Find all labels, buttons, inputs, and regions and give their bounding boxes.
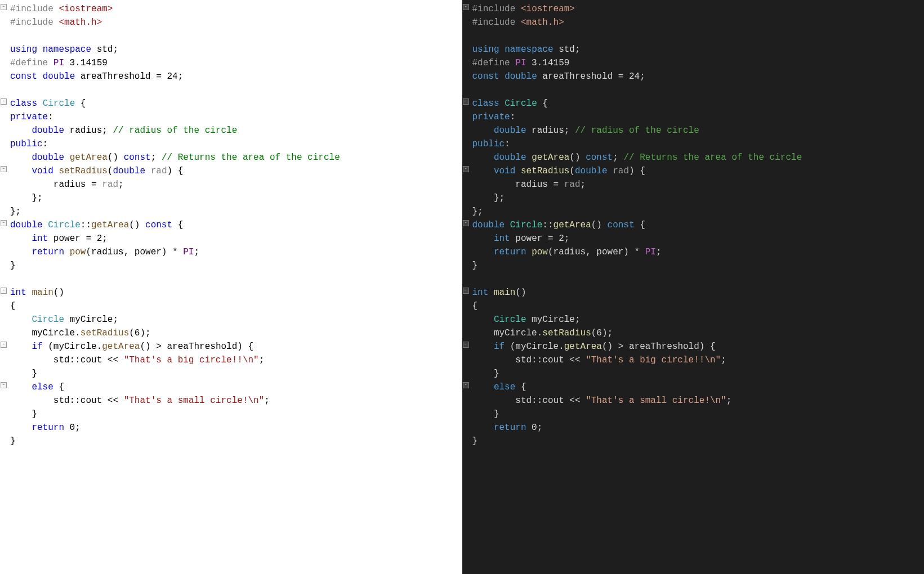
code-line[interactable]: #include <math.h> xyxy=(462,16,925,29)
code-token xyxy=(472,315,494,325)
fold-toggle-icon[interactable]: - xyxy=(463,382,469,388)
code-line[interactable]: -class Circle { xyxy=(0,97,462,110)
code-line[interactable]: } xyxy=(462,407,925,421)
code-line[interactable]: } xyxy=(0,434,462,448)
fold-toggle-icon[interactable]: - xyxy=(1,166,7,172)
fold-toggle-icon[interactable]: - xyxy=(1,288,7,294)
code-line[interactable]: - if (myCircle.getArea() > areaThreshold… xyxy=(462,340,925,353)
code-line[interactable]: } xyxy=(0,367,462,380)
code-line[interactable]: std::cout << "That's a big circle!!\n"; xyxy=(462,353,925,367)
code-line[interactable]: double radius; // radius of the circle xyxy=(462,124,925,137)
code-line[interactable]: }; xyxy=(462,191,925,205)
code-line[interactable]: } xyxy=(462,259,925,272)
code-line[interactable]: Circle myCircle; xyxy=(462,313,925,326)
code-token: const xyxy=(586,153,613,163)
code-line[interactable]: std::cout << "That's a small circle!\n"; xyxy=(462,394,925,407)
code-line[interactable]: return pow(radius, power) * PI; xyxy=(0,245,462,259)
fold-toggle-icon[interactable]: - xyxy=(1,220,7,226)
code-token: }; xyxy=(10,193,43,203)
code-line[interactable]: return 0; xyxy=(0,421,462,434)
fold-toggle-icon[interactable]: - xyxy=(463,166,469,172)
code-line[interactable]: }; xyxy=(0,205,462,218)
code-line[interactable]: #include <math.h> xyxy=(0,16,462,29)
code-line[interactable]: using namespace std; xyxy=(462,43,925,56)
code-line[interactable]: double getArea() const; // Returns the a… xyxy=(0,151,462,164)
code-line[interactable]: using namespace std; xyxy=(0,43,462,56)
code-line[interactable]: - void setRadius(double rad) { xyxy=(462,164,925,178)
code-line[interactable]: private: xyxy=(0,110,462,124)
code-line[interactable]: - else { xyxy=(462,380,925,394)
fold-toggle-icon[interactable]: - xyxy=(463,220,469,226)
code-line[interactable]: double radius; // radius of the circle xyxy=(0,124,462,137)
fold-toggle-icon[interactable]: - xyxy=(1,98,7,105)
code-line[interactable]: public: xyxy=(462,137,925,151)
code-line[interactable]: -#include <iostream> xyxy=(462,2,925,16)
code-line[interactable]: -double Circle::getArea() const { xyxy=(0,218,462,232)
editor-dark-pane[interactable]: -#include <iostream> #include <math.h> u… xyxy=(462,0,925,574)
code-token: #include xyxy=(10,17,59,28)
code-line[interactable]: radius = rad; xyxy=(0,178,462,191)
code-line[interactable]: } xyxy=(0,407,462,421)
code-line[interactable]: int power = 2; xyxy=(462,232,925,245)
code-line[interactable] xyxy=(0,29,462,43)
code-token xyxy=(472,153,494,163)
code-line[interactable] xyxy=(0,272,462,286)
code-line[interactable]: myCircle.setRadius(6); xyxy=(462,326,925,340)
code-token: (radius, power) * xyxy=(86,247,183,257)
code-line[interactable]: } xyxy=(462,367,925,380)
code-line[interactable]: return pow(radius, power) * PI; xyxy=(462,245,925,259)
code-token: } xyxy=(472,409,499,419)
code-token: #include xyxy=(10,4,59,14)
code-token: double xyxy=(472,220,505,230)
code-line[interactable]: -int main() xyxy=(0,286,462,299)
editor-light-pane[interactable]: -#include <iostream> #include <math.h> u… xyxy=(0,0,462,574)
code-line[interactable]: private: xyxy=(462,110,925,124)
code-line[interactable]: double getArea() const; // Returns the a… xyxy=(462,151,925,164)
code-line[interactable]: }; xyxy=(0,191,462,205)
code-token: } xyxy=(10,436,16,446)
fold-toggle-icon[interactable]: - xyxy=(463,342,469,348)
code-line[interactable]: { xyxy=(0,299,462,313)
code-line[interactable]: - void setRadius(double rad) { xyxy=(0,164,462,178)
code-line[interactable]: -class Circle { xyxy=(462,97,925,110)
code-line[interactable] xyxy=(462,83,925,97)
code-line[interactable]: Circle myCircle; xyxy=(0,313,462,326)
code-token: ; xyxy=(264,396,270,406)
code-line[interactable]: const double areaThreshold = 24; xyxy=(0,70,462,83)
fold-toggle-icon[interactable]: - xyxy=(1,342,7,348)
code-line[interactable]: myCircle.setRadius(6); xyxy=(0,326,462,340)
code-line[interactable]: { xyxy=(462,299,925,313)
code-line[interactable]: } xyxy=(0,259,462,272)
code-token: myCircle; xyxy=(526,315,581,325)
fold-toggle-icon[interactable]: - xyxy=(1,4,7,10)
code-line[interactable] xyxy=(462,29,925,43)
code-line[interactable]: std::cout << "That's a big circle!!\n"; xyxy=(0,353,462,367)
code-line[interactable]: #define PI 3.14159 xyxy=(0,56,462,70)
fold-toggle-icon[interactable]: - xyxy=(463,288,469,294)
fold-toggle-icon[interactable]: - xyxy=(463,98,469,105)
code-line[interactable]: #define PI 3.14159 xyxy=(462,56,925,70)
fold-toggle-icon[interactable]: - xyxy=(1,382,7,388)
code-token: { xyxy=(172,220,183,230)
code-line[interactable]: -double Circle::getArea() const { xyxy=(462,218,925,232)
code-line[interactable]: std::cout << "That's a small circle!\n"; xyxy=(0,394,462,407)
code-line[interactable] xyxy=(462,272,925,286)
code-line[interactable]: }; xyxy=(462,205,925,218)
code-line[interactable]: -#include <iostream> xyxy=(0,2,462,16)
code-token: double xyxy=(505,71,537,82)
code-line[interactable]: } xyxy=(462,434,925,448)
code-line[interactable]: int power = 2; xyxy=(0,232,462,245)
code-line[interactable] xyxy=(0,83,462,97)
code-line[interactable]: return 0; xyxy=(462,421,925,434)
code-token xyxy=(472,342,494,352)
code-token xyxy=(37,44,43,55)
code-line[interactable]: -int main() xyxy=(462,286,925,299)
code-line[interactable]: - if (myCircle.getArea() > areaThreshold… xyxy=(0,340,462,353)
code-line[interactable]: radius = rad; xyxy=(462,178,925,191)
code-line[interactable]: - else { xyxy=(0,380,462,394)
code-token: int xyxy=(10,288,26,298)
code-line[interactable]: public: xyxy=(0,137,462,151)
fold-toggle-icon[interactable]: - xyxy=(463,4,469,10)
code-token: "That's a small circle! xyxy=(124,396,248,406)
code-line[interactable]: const double areaThreshold = 24; xyxy=(462,70,925,83)
